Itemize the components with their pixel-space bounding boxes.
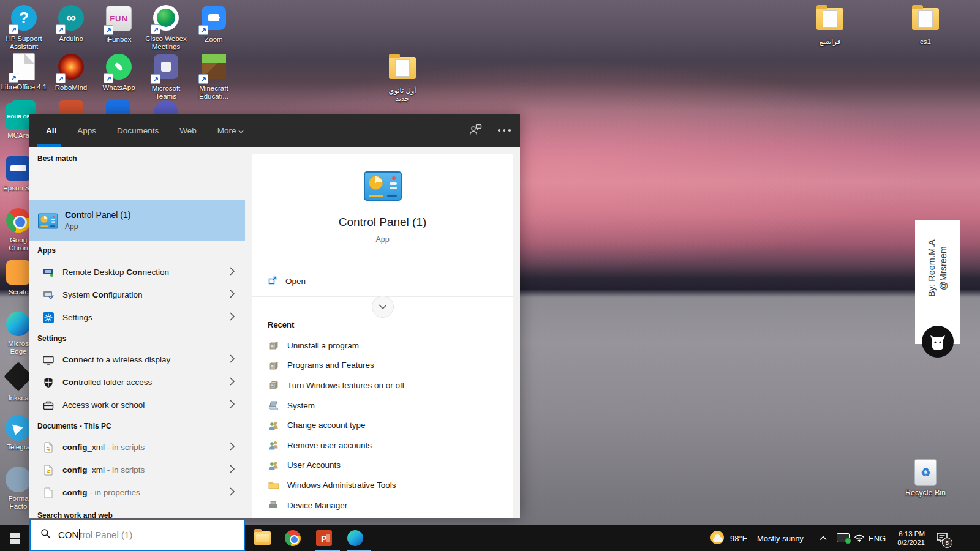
best-match-header: Best match (37, 154, 77, 163)
result-system-configuration[interactable]: System Configuration (29, 283, 245, 306)
tab-web[interactable]: Web (179, 126, 197, 135)
computer-icon (268, 401, 280, 410)
shortcut-arrow-icon (151, 74, 160, 84)
hour-of-code-icon: HOUR OF (6, 103, 31, 129)
recent-list: Uninstall a program Programs and Feature… (252, 335, 513, 515)
desktop-icon-arduino[interactable]: ∞ Arduino (47, 4, 95, 43)
file-explorer-icon (254, 531, 271, 545)
search-typed-text: CON (58, 530, 78, 540)
open-icon (268, 276, 277, 288)
recent-user-accounts[interactable]: User Accounts (252, 455, 513, 476)
program-box-icon (268, 361, 280, 370)
weather-temp[interactable]: 98°F (730, 525, 747, 551)
chevron-down-icon (238, 130, 244, 133)
chevron-right-icon[interactable] (229, 487, 235, 499)
weather-description[interactable]: Mostly sunny (757, 525, 804, 551)
chevron-down-icon (379, 304, 387, 310)
taskbar-clock[interactable]: 6:13 PM 8/2/2021 (887, 525, 925, 551)
app-fragment-icon (154, 100, 178, 114)
language-indicator[interactable]: ENG (869, 525, 886, 551)
shortcut-arrow-icon (198, 74, 208, 84)
desktop-icon-recycle-bin[interactable]: ♻ Recycle Bin (902, 458, 949, 497)
monitor-icon (42, 355, 55, 365)
desktop-icon-whatsapp[interactable]: WhatsApp (95, 53, 143, 92)
user-accounts-icon (268, 421, 280, 430)
inkscape-icon (4, 362, 33, 391)
xml-file-icon (42, 442, 55, 453)
open-action[interactable]: Open (252, 266, 513, 296)
taskbar-search-box[interactable]: CONtrol Panel (1) (29, 519, 245, 551)
chrome-icon (6, 208, 31, 233)
feedback-icon[interactable] (469, 124, 482, 138)
tab-documents[interactable]: Documents (117, 126, 159, 135)
settings-header: Settings (37, 334, 66, 343)
result-settings[interactable]: Settings (29, 306, 245, 329)
desktop-icon-folder-cs1[interactable]: cs1 (902, 5, 949, 46)
search-panel-header: All Apps Documents Web More (29, 114, 520, 147)
taskbar-chrome[interactable] (284, 530, 301, 547)
desktop-icon-libreoffice[interactable]: LibreOffice 4.1 (0, 53, 48, 91)
recent-windows-features[interactable]: Turn Windows features on or off (252, 375, 513, 395)
result-wireless-display[interactable]: Connect to a wireless display (29, 348, 245, 371)
shortcut-arrow-icon (104, 25, 113, 35)
notification-count-badge: 5 (942, 538, 952, 548)
tray-expand-chevron[interactable] (820, 525, 827, 551)
tab-more[interactable]: More (217, 126, 244, 135)
cat-logo-icon (922, 326, 954, 358)
windows-logo-icon (10, 533, 20, 544)
desktop-icon-hp-support[interactable]: ? HP Support Assistant (0, 4, 48, 51)
action-center-button[interactable]: 5 (936, 525, 948, 551)
screen-cast-icon[interactable] (837, 533, 850, 542)
expand-chevron-button[interactable] (372, 296, 394, 318)
result-config-xml-1[interactable]: config_xml - in scripts (29, 436, 245, 459)
result-config-properties[interactable]: config - in properties (29, 481, 245, 504)
result-remote-desktop[interactable]: Remote Desktop Connection (29, 261, 245, 283)
recent-system[interactable]: System (252, 395, 513, 416)
chevron-right-icon[interactable] (229, 312, 235, 324)
taskbar-file-explorer[interactable] (254, 530, 271, 547)
weather-icon[interactable] (710, 531, 725, 545)
file-icon (42, 487, 55, 498)
desktop-icon-ifunbox[interactable]: FUN iFunbox (95, 4, 143, 43)
tab-all[interactable]: All (46, 126, 56, 135)
result-config-xml-2[interactable]: config_xml - in scripts (29, 459, 245, 481)
desktop-icon-teams[interactable]: Microsoft Teams (142, 53, 190, 100)
tab-apps[interactable]: Apps (77, 126, 96, 135)
result-controlled-folder-access[interactable]: Controlled folder access (29, 371, 245, 394)
system-configuration-icon (42, 290, 55, 300)
desktop-icon-robomind[interactable]: RoboMind (47, 53, 95, 92)
briefcase-icon (42, 400, 55, 410)
chevron-right-icon[interactable] (229, 289, 235, 301)
chevron-right-icon[interactable] (229, 441, 235, 454)
taskbar-edge[interactable] (347, 530, 364, 547)
desktop-icon-folder-school[interactable]: أول ثانوي جديد (379, 54, 426, 103)
shortcut-arrow-icon (198, 25, 208, 35)
start-button[interactable] (0, 525, 29, 551)
desktop-icon-folder-arabic[interactable]: فراشيع (806, 5, 854, 46)
program-box-icon (268, 340, 280, 350)
result-access-work-school[interactable]: Access work or school (29, 394, 245, 416)
taskbar-powerpoint[interactable]: P (315, 530, 333, 547)
shortcut-arrow-icon (9, 73, 18, 83)
chevron-right-icon[interactable] (229, 399, 235, 411)
recent-admin-tools[interactable]: Windows Administrative Tools (252, 475, 513, 495)
best-match-item[interactable]: Control Panel (1) App (29, 200, 245, 241)
chevron-right-icon[interactable] (229, 464, 235, 476)
chevron-right-icon[interactable] (229, 354, 235, 366)
chevron-right-icon[interactable] (229, 266, 235, 279)
desktop-icon-zoom[interactable]: Zoom (190, 4, 238, 43)
recent-programs-features[interactable]: Programs and Features (252, 356, 513, 376)
wifi-icon[interactable] (854, 525, 865, 551)
xml-file-icon (42, 465, 55, 476)
control-panel-icon-large (364, 171, 402, 201)
edge-icon (6, 312, 31, 336)
chevron-right-icon[interactable] (229, 377, 235, 389)
shortcut-arrow-icon (56, 73, 66, 83)
recent-uninstall-program[interactable]: Uninstall a program (252, 335, 513, 356)
recent-remove-user-accounts[interactable]: Remove user accounts (252, 435, 513, 455)
recent-change-account-type[interactable]: Change account type (252, 415, 513, 435)
desktop-icon-minecraft[interactable]: Minecraft Educati... (190, 53, 238, 100)
recent-device-manager[interactable]: Device Manager (252, 495, 513, 515)
more-options-icon[interactable] (498, 129, 511, 132)
desktop-icon-webex[interactable]: Cisco Webex Meetings (142, 4, 190, 51)
